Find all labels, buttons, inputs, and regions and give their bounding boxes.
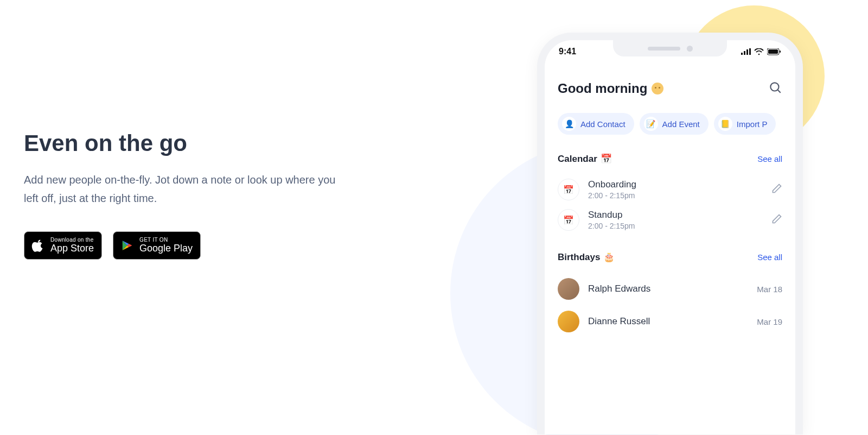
phone-speaker	[648, 47, 680, 51]
birthday-cake-icon: 🎂	[603, 251, 615, 263]
note-icon: 📝	[644, 117, 658, 131]
wifi-icon	[754, 48, 764, 55]
status-icons	[741, 48, 781, 55]
add-event-chip[interactable]: 📝 Add Event	[640, 113, 709, 135]
google-play-big-text: Google Play	[139, 243, 193, 254]
svg-rect-0	[741, 53, 743, 55]
hero-heading: Even on the go	[24, 130, 349, 156]
import-chip[interactable]: 📒 Import P	[714, 113, 776, 135]
app-store-big-text: App Store	[50, 243, 94, 254]
chip-label: Add Contact	[580, 119, 626, 129]
svg-rect-7	[780, 51, 781, 53]
birthdays-see-all-link[interactable]: See all	[757, 253, 782, 262]
app-store-button[interactable]: Download on the App Store	[24, 231, 102, 260]
phonebook-icon: 📒	[718, 117, 732, 131]
birthday-date: Mar 19	[757, 317, 782, 326]
phone-camera	[687, 46, 693, 52]
svg-rect-6	[768, 49, 778, 54]
birthday-date: Mar 18	[757, 285, 782, 294]
calendar-see-all-link[interactable]: See all	[757, 154, 782, 163]
calendar-tearoff-icon: 📅	[601, 153, 612, 165]
calendar-icon: 📅	[558, 179, 579, 200]
avatar	[558, 278, 579, 300]
sun-face-icon	[652, 83, 663, 94]
person-icon: 👤	[562, 117, 576, 131]
event-title: Onboarding	[588, 179, 763, 190]
svg-rect-1	[744, 51, 745, 55]
edit-icon[interactable]	[771, 213, 782, 226]
search-icon[interactable]	[768, 80, 782, 97]
calendar-event-row[interactable]: 📅 Onboarding 2:00 - 2:15pm	[558, 174, 782, 205]
calendar-event-row[interactable]: 📅 Standup 2:00 - 2:15pm	[558, 205, 782, 235]
birthday-row[interactable]: Ralph Edwards Mar 18	[558, 273, 782, 305]
event-time: 2:00 - 2:15pm	[588, 191, 763, 200]
svg-rect-3	[749, 48, 751, 55]
calendar-section-title: Calendar	[558, 154, 597, 165]
cellular-icon	[741, 48, 751, 55]
event-title: Standup	[588, 210, 763, 220]
birthday-name: Ralph Edwards	[588, 283, 748, 294]
svg-rect-2	[746, 49, 748, 55]
edit-icon[interactable]	[771, 183, 782, 196]
google-play-button[interactable]: GET IT ON Google Play	[113, 231, 201, 260]
phone-notch	[613, 40, 727, 56]
hero-paragraph: Add new people on-the-fly. Jot down a no…	[24, 171, 349, 207]
svg-point-8	[770, 83, 778, 91]
add-contact-chip[interactable]: 👤 Add Contact	[558, 113, 634, 135]
chip-label: Add Event	[662, 119, 700, 129]
birthday-name: Dianne Russell	[588, 316, 748, 327]
status-time: 9:41	[559, 47, 576, 56]
event-time: 2:00 - 2:15pm	[588, 222, 763, 230]
calendar-icon: 📅	[558, 209, 579, 231]
phone-mockup: 9:41 Good morning 👤 Add Contact 📝 Add	[537, 33, 803, 434]
hero-copy: Even on the go Add new people on-the-fly…	[24, 130, 349, 260]
birthdays-section-title: Birthdays	[558, 252, 600, 263]
chip-label: Import P	[737, 119, 768, 129]
svg-line-9	[777, 90, 780, 92]
avatar	[558, 311, 579, 332]
greeting-text: Good morning	[558, 81, 647, 96]
svg-point-4	[758, 53, 760, 55]
birthday-row[interactable]: Dianne Russell Mar 19	[558, 305, 782, 338]
battery-icon	[767, 48, 781, 55]
apple-icon	[31, 238, 45, 253]
google-play-icon	[120, 238, 134, 253]
